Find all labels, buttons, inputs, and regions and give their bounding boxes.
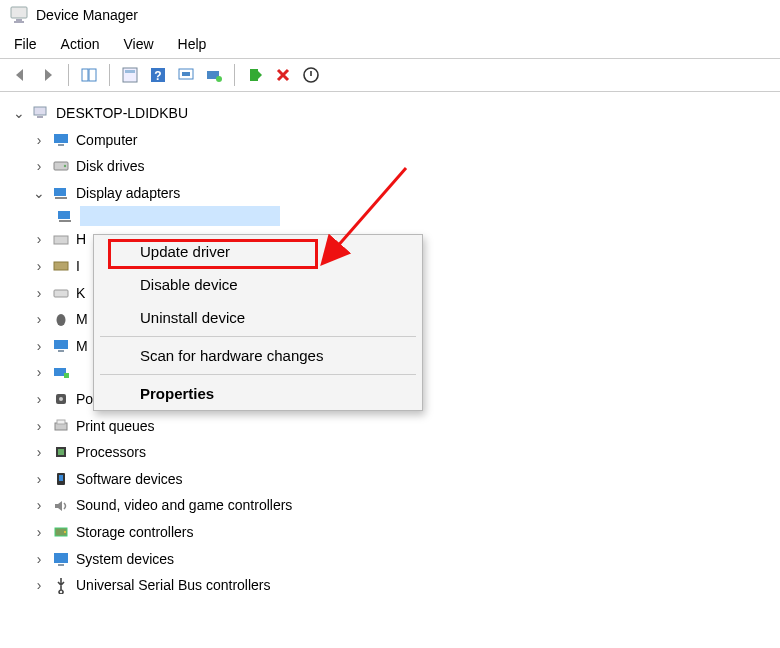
svg-point-28 <box>57 314 66 326</box>
help-button[interactable]: ? <box>146 63 170 87</box>
context-update-driver[interactable]: Update driver <box>94 235 422 268</box>
tree-label-stub: H <box>76 226 86 253</box>
tree-item-computer[interactable]: Computer <box>12 127 768 154</box>
expand-collapse-icon[interactable] <box>32 386 46 413</box>
svg-rect-32 <box>64 373 69 378</box>
disable-device-button[interactable] <box>299 63 323 87</box>
expand-collapse-icon[interactable] <box>32 413 46 440</box>
toolbar-separator <box>234 64 235 86</box>
expand-collapse-icon[interactable] <box>32 280 46 307</box>
svg-rect-23 <box>58 211 70 219</box>
expand-collapse-icon[interactable] <box>32 572 46 599</box>
expand-collapse-icon[interactable] <box>32 519 46 546</box>
tree-label: Computer <box>76 127 137 154</box>
tree-label-stub: K <box>76 280 85 307</box>
expand-collapse-icon[interactable] <box>32 359 46 386</box>
tree-label: System devices <box>76 546 174 573</box>
show-hide-tree-button[interactable] <box>77 63 101 87</box>
tree-label: Sound, video and game controllers <box>76 492 292 519</box>
root-node[interactable]: DESKTOP-LDIDKBU <box>12 100 768 127</box>
svg-point-20 <box>64 165 66 167</box>
svg-point-42 <box>64 531 66 533</box>
expand-collapse-icon[interactable] <box>32 333 46 360</box>
svg-rect-4 <box>89 69 96 81</box>
keyboard-icon <box>52 284 70 302</box>
expand-collapse-icon[interactable] <box>32 492 46 519</box>
tree-item-print-queues[interactable]: Print queues <box>12 413 768 440</box>
tree-label: Print queues <box>76 413 155 440</box>
speaker-icon <box>52 497 70 515</box>
menu-view[interactable]: View <box>123 36 153 52</box>
context-menu: Update driver Disable device Uninstall d… <box>93 234 423 411</box>
toolbar-separator <box>68 64 69 86</box>
svg-text:?: ? <box>154 69 161 83</box>
scan-hardware-button[interactable] <box>174 63 198 87</box>
toolbar: ? <box>0 58 780 92</box>
ide-icon <box>52 257 70 275</box>
nav-back-button[interactable] <box>8 63 32 87</box>
nav-forward-button[interactable] <box>36 63 60 87</box>
expand-collapse-icon[interactable] <box>12 100 26 127</box>
tree-label-stub: I <box>76 253 80 280</box>
expand-collapse-icon[interactable] <box>32 153 46 180</box>
svg-rect-27 <box>54 290 68 297</box>
menu-action[interactable]: Action <box>61 36 100 52</box>
menu-file[interactable]: File <box>14 36 37 52</box>
selected-highlight <box>80 206 280 226</box>
svg-rect-29 <box>54 340 68 349</box>
svg-rect-25 <box>54 236 68 244</box>
expand-collapse-icon[interactable] <box>32 226 46 253</box>
expand-collapse-icon[interactable] <box>32 127 46 154</box>
tree-item-storage[interactable]: Storage controllers <box>12 519 768 546</box>
tree-item-disk-drives[interactable]: Disk drives <box>12 153 768 180</box>
svg-rect-0 <box>11 7 27 18</box>
titlebar: Device Manager <box>0 0 780 30</box>
svg-rect-40 <box>59 475 63 481</box>
mouse-icon <box>52 310 70 328</box>
expand-collapse-icon[interactable] <box>32 306 46 333</box>
context-properties[interactable]: Properties <box>94 377 422 410</box>
svg-point-12 <box>216 76 222 82</box>
properties-button[interactable] <box>118 63 142 87</box>
context-disable-device[interactable]: Disable device <box>94 268 422 301</box>
monitor-icon <box>52 337 70 355</box>
context-uninstall-device[interactable]: Uninstall device <box>94 301 422 334</box>
tree-item-sound[interactable]: Sound, video and game controllers <box>12 492 768 519</box>
selected-display-device[interactable] <box>12 206 768 226</box>
expand-collapse-icon[interactable] <box>32 253 46 280</box>
svg-point-34 <box>59 397 63 401</box>
toolbar-separator <box>109 64 110 86</box>
context-divider <box>100 336 416 337</box>
tree-item-processors[interactable]: Processors <box>12 439 768 466</box>
svg-rect-38 <box>58 449 64 455</box>
network-icon <box>52 364 70 382</box>
expand-collapse-icon[interactable] <box>32 466 46 493</box>
window-title: Device Manager <box>36 7 138 23</box>
menu-help[interactable]: Help <box>178 36 207 52</box>
expand-collapse-icon[interactable] <box>32 180 46 207</box>
tree-item-software-devices[interactable]: Software devices <box>12 466 768 493</box>
svg-rect-30 <box>58 350 64 352</box>
tree-label-stub: M <box>76 333 88 360</box>
svg-rect-24 <box>59 220 71 222</box>
enable-device-button[interactable] <box>243 63 267 87</box>
uninstall-device-button[interactable] <box>271 63 295 87</box>
tree-item-usb[interactable]: Universal Serial Bus controllers <box>12 572 768 599</box>
update-driver-button[interactable] <box>202 63 226 87</box>
display-adapter-icon <box>52 184 70 202</box>
display-adapter-icon <box>56 207 74 225</box>
svg-rect-26 <box>54 262 68 270</box>
expand-collapse-icon[interactable] <box>32 439 46 466</box>
tree-item-display-adapters[interactable]: Display adapters <box>12 180 768 207</box>
svg-rect-44 <box>58 564 64 566</box>
svg-rect-13 <box>250 69 258 81</box>
context-scan-hardware[interactable]: Scan for hardware changes <box>94 339 422 372</box>
tree-label: Processors <box>76 439 146 466</box>
svg-rect-21 <box>54 188 66 196</box>
expand-collapse-icon[interactable] <box>32 546 46 573</box>
monitor-icon <box>52 131 70 149</box>
computer-root-icon <box>32 104 50 122</box>
tree-item-system[interactable]: System devices <box>12 546 768 573</box>
svg-rect-22 <box>55 197 67 199</box>
printer-icon <box>52 417 70 435</box>
